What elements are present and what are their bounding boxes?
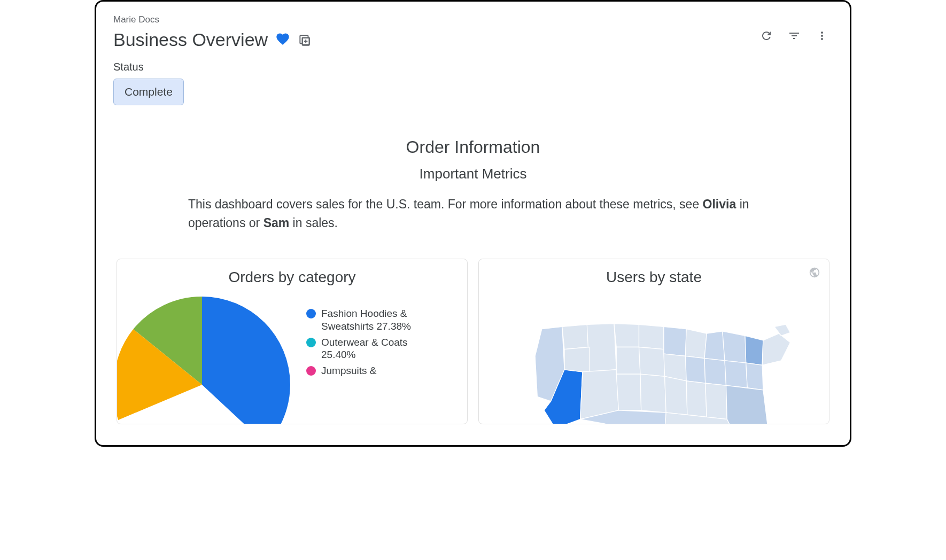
- breadcrumb[interactable]: Marie Docs: [113, 14, 312, 25]
- legend-dot-icon: [306, 309, 316, 318]
- description-text: This dashboard covers sales for the U.S.…: [113, 195, 833, 232]
- orders-by-category-panel: Orders by category: [117, 259, 468, 424]
- legend-label: Fashion Hoodies & Sweatshirts 27.38%: [321, 307, 417, 333]
- legend-item[interactable]: Fashion Hoodies & Sweatshirts 27.38%: [306, 307, 417, 333]
- panel-title-right: Users by state: [492, 269, 816, 286]
- more-vert-icon[interactable]: [816, 29, 828, 44]
- globe-icon[interactable]: [809, 267, 820, 281]
- us-map[interactable]: [492, 297, 816, 424]
- section-title: Order Information: [113, 137, 833, 157]
- page-title: Business Overview: [113, 29, 268, 50]
- panel-title-left: Orders by category: [130, 269, 454, 286]
- status-chip[interactable]: Complete: [113, 79, 184, 105]
- status-label: Status: [113, 61, 833, 73]
- duplicate-icon[interactable]: [298, 33, 312, 47]
- filter-icon[interactable]: [788, 29, 801, 44]
- legend-item[interactable]: Outerwear & Coats 25.40%: [306, 336, 417, 362]
- pie-legend: Fashion Hoodies & Sweatshirts 27.38% Out…: [306, 297, 417, 377]
- legend-dot-icon: [306, 366, 316, 376]
- users-by-state-panel: Users by state: [478, 259, 829, 424]
- pie-chart[interactable]: [117, 297, 290, 403]
- refresh-icon[interactable]: [760, 29, 773, 44]
- favorite-icon[interactable]: [275, 32, 290, 49]
- legend-label: Outerwear & Coats 25.40%: [321, 336, 417, 362]
- legend-label: Jumpsuits &: [321, 364, 376, 377]
- legend-dot-icon: [306, 338, 316, 347]
- section-subtitle: Important Metrics: [113, 166, 833, 182]
- legend-item[interactable]: Jumpsuits &: [306, 364, 417, 377]
